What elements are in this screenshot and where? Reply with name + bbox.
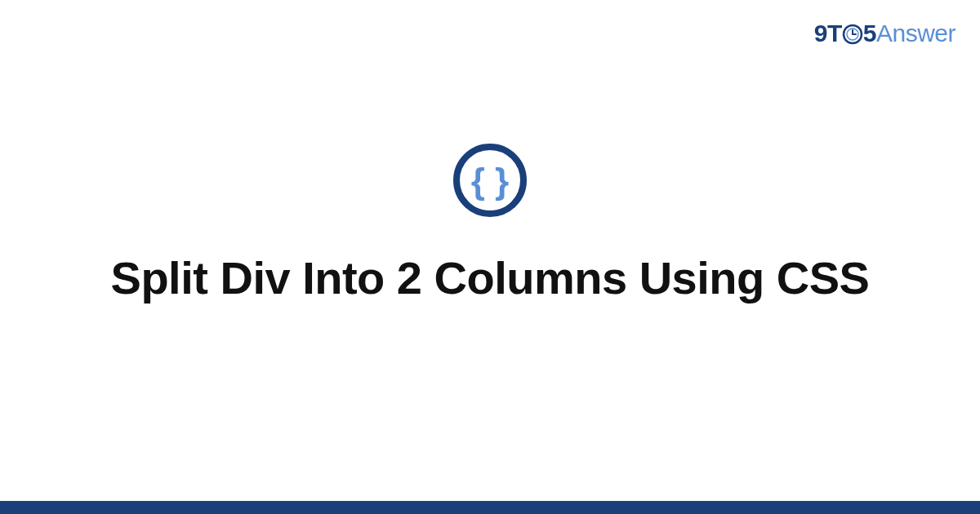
code-braces-icon: { } [452,143,528,218]
svg-text:{ }: { } [471,161,509,201]
footer-accent-bar [0,501,980,514]
main-content: { } Split Div Into 2 Columns Using CSS [0,0,980,514]
category-badge: { } [452,143,528,221]
page-title: Split Div Into 2 Columns Using CSS [111,250,870,305]
